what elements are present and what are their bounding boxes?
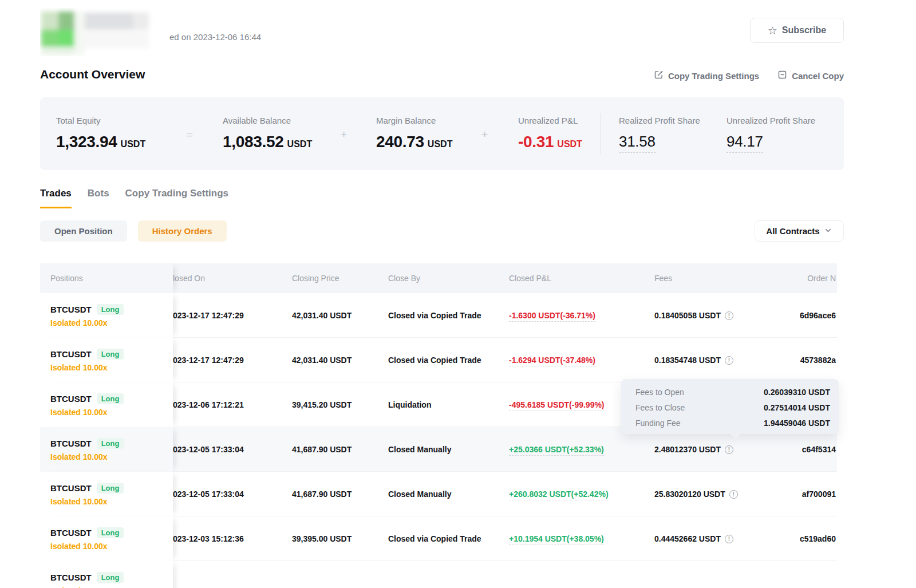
star-icon: ☆ (768, 25, 777, 36)
close-by: Liquidation (388, 400, 509, 409)
symbol: BTCUSDT (50, 483, 92, 493)
side-badge: Long (97, 304, 124, 315)
closed-pnl[interactable]: -1.6300 USDT(-36.71%) (509, 311, 595, 322)
margin-mode: Isolated 10.00x (50, 363, 173, 372)
stat-margin-balance: Margin Balance 240.73USDT (376, 116, 452, 151)
position-cell: BTCUSDTLong Isolated 10.00x (40, 472, 173, 516)
tooltip-row: Fees to Open 0.26039310 USDT (635, 384, 830, 400)
cancel-copy-button[interactable]: Cancel Copy (777, 70, 844, 81)
all-contracts-dropdown[interactable]: All Contracts (755, 220, 844, 242)
stat-total-equity: Total Equity 1,323.94USDT (56, 116, 145, 151)
symbol: BTCUSDT (50, 439, 92, 448)
column-header-positions: Positions (40, 263, 173, 293)
stats-divider (600, 113, 601, 155)
account-stats-bar: Total Equity 1,323.94USDT = Available Ba… (40, 97, 844, 170)
symbol: BTCUSDT (50, 394, 92, 404)
symbol: BTCUSDT (50, 305, 92, 314)
table-row: BTCUSDTLong Isolated 10.00x 023-12-05 17… (40, 472, 837, 516)
column-header-closed-on: losed On (173, 274, 292, 283)
closing-price: 41,687.90 USDT (292, 490, 388, 499)
fees-cell: 0.18354748 USDT! (654, 356, 796, 365)
fees-cell: 0.44452662 USDT! (654, 534, 796, 543)
close-by: Closed Manually (388, 490, 509, 499)
subscribe-button[interactable]: ☆ Subscribe (750, 18, 844, 43)
tooltip-row: Fees to Close 0.27514014 USDT (635, 400, 830, 415)
column-header-close-by: Close By (388, 274, 509, 283)
column-header-closed-pnl: Closed P&L (509, 274, 654, 283)
close-by: Closed Manually (388, 445, 509, 454)
closed-pnl[interactable]: -495.6185 USDT(-99.99%) (509, 400, 605, 411)
symbol: BTCUSDT (50, 528, 92, 538)
closed-on: 023-12-17 12:47:29 (173, 311, 292, 320)
open-position-button[interactable]: Open Position (40, 220, 127, 242)
margin-mode: Isolated 10.00x (50, 586, 173, 588)
closed-pnl[interactable]: +260.8032 USDT(+52.42%) (509, 490, 609, 500)
column-header-closing-price: Closing Price (292, 274, 388, 283)
subscribe-label: Subscribe (782, 25, 826, 35)
tab-trades[interactable]: Trades (40, 188, 72, 208)
closing-price: 39,415.20 USDT (292, 400, 388, 409)
closed-on: 023-12-03 15:12:36 (173, 534, 292, 543)
chevron-down-icon (824, 226, 832, 236)
copy-trading-settings-button[interactable]: Copy Trading Settings (654, 70, 759, 81)
fees-cell: 2.48012370 USDT! (654, 445, 796, 454)
margin-mode: Isolated 10.00x (50, 542, 173, 551)
position-cell: BTCUSDTLong Isolated 10.00x (40, 338, 173, 382)
info-icon[interactable]: ! (725, 445, 733, 454)
history-orders-button[interactable]: History Orders (138, 220, 227, 242)
table-header-row: Positions losed On Closing Price Close B… (40, 263, 837, 293)
order-no: c519ad60 (796, 534, 837, 543)
position-cell: BTCUSDTLong Isolated 10.00x (40, 516, 173, 561)
side-badge: Long (97, 572, 124, 583)
info-icon[interactable]: ! (729, 490, 738, 499)
symbol: BTCUSDT (50, 349, 92, 359)
closing-price: 42,031.40 USDT (292, 356, 388, 365)
column-header-order-no: Order N (796, 274, 837, 283)
trades-filter-row: Open Position History Orders (40, 220, 227, 242)
main-tabs: Trades Bots Copy Trading Settings (40, 188, 228, 208)
table-row: BTCUSDTLong Isolated 10.00x 023-12-17 12… (40, 338, 837, 382)
closed-pnl[interactable]: -1.6294 USDT(-37.48%) (509, 356, 595, 366)
symbol: BTCUSDT (50, 573, 92, 582)
plus-operator: + (341, 128, 347, 141)
close-by: Closed via Copied Trade (388, 311, 509, 320)
minus-square-icon (777, 70, 787, 81)
closing-price: 42,031.40 USDT (292, 311, 388, 320)
stat-available-balance: Available Balance 1,083.52USDT (223, 116, 312, 151)
copied-on-timestamp: ed on 2023-12-06 16:44 (169, 32, 261, 42)
closed-on: 023-12-05 17:33:04 (173, 490, 292, 499)
side-badge: Long (97, 527, 124, 538)
closed-on: 023-12-06 17:12:21 (173, 400, 292, 409)
info-icon[interactable]: ! (725, 356, 733, 365)
closing-price: 39,395.00 USDT (292, 534, 388, 543)
copy-trading-settings-label: Copy Trading Settings (668, 71, 759, 81)
plus-operator: + (481, 128, 488, 141)
info-icon[interactable]: ! (725, 535, 733, 543)
margin-mode: Isolated 10.00x (50, 318, 173, 327)
tab-bots[interactable]: Bots (88, 188, 109, 208)
tab-copy-trading-settings[interactable]: Copy Trading Settings (125, 188, 228, 208)
fees-cell: 25.83020120 USDT! (654, 490, 796, 499)
order-no: 4573882a (796, 356, 837, 365)
side-badge: Long (97, 393, 124, 404)
info-icon[interactable]: ! (725, 311, 733, 320)
column-header-fees: Fees (654, 274, 796, 283)
side-badge: Long (97, 483, 124, 494)
closed-pnl[interactable]: +25.0366 USDT(+52.33%) (509, 445, 604, 456)
closed-pnl[interactable]: +10.1954 USDT(+38.05%) (509, 534, 604, 545)
edit-icon (654, 70, 664, 81)
margin-mode: Isolated 10.00x (50, 408, 173, 417)
order-no: c64f5314 (796, 445, 837, 454)
cancel-copy-label: Cancel Copy (792, 71, 844, 81)
stat-unrealized-pnl: Unrealized P&L -0.31USDT (518, 116, 582, 151)
overview-actions: Copy Trading Settings Cancel Copy (654, 70, 844, 81)
table-row: BTCUSDTLong Isolated 10.00x 023-12-03 15… (40, 516, 837, 561)
closed-on: 023-12-17 12:47:29 (173, 356, 292, 365)
equals-operator: = (187, 128, 193, 141)
margin-mode: Isolated 10.00x (50, 452, 173, 461)
trader-avatar-blurred (40, 8, 156, 56)
page-title: Account Overview (40, 68, 145, 81)
position-cell: BTCUSDTLong Isolated 10.00x (40, 382, 173, 427)
fees-cell: 0.18405058 USDT! (654, 311, 796, 320)
fees-tooltip: Fees to Open 0.26039310 USDT Fees to Clo… (621, 379, 839, 434)
